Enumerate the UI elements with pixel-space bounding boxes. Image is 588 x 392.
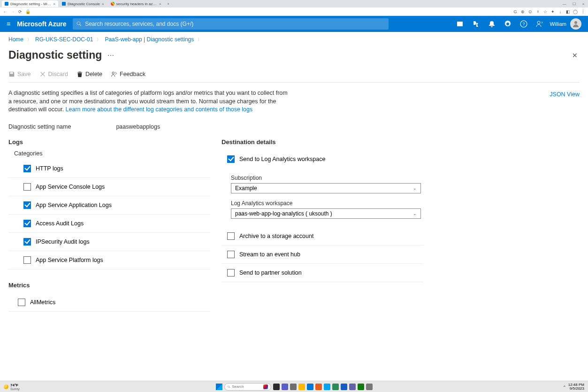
user-name: William	[550, 21, 566, 27]
taskbar-pinned-app[interactable]	[358, 384, 364, 390]
log-category-label: App Service Console Logs	[36, 184, 105, 190]
taskbar-pinned-app[interactable]	[315, 384, 322, 390]
kebab-icon[interactable]: ⋮	[580, 9, 585, 14]
taskbar-pinned-app[interactable]	[290, 384, 297, 390]
logs-section-title: Logs	[8, 138, 210, 146]
close-icon[interactable]: ×	[53, 2, 55, 6]
intro-text: A diagnostic setting specifies a list of…	[8, 89, 288, 114]
taskbar-pinned-app[interactable]	[332, 384, 339, 390]
browser-tab[interactable]: security headers in azure app se ×	[108, 0, 164, 7]
azure-header: ≡ Microsoft Azure ? William	[0, 16, 588, 32]
window-close-button[interactable]: ×	[579, 0, 588, 8]
log-category-checkbox[interactable]	[23, 256, 31, 264]
discard-button: Discard	[39, 71, 68, 77]
copilot-icon[interactable]	[472, 20, 480, 28]
close-icon[interactable]: ×	[159, 2, 161, 6]
nav-back-button[interactable]: ←	[3, 9, 8, 14]
taskbar-pinned-app[interactable]	[341, 384, 347, 390]
gear-icon[interactable]	[504, 20, 512, 28]
help-icon[interactable]: ?	[520, 20, 527, 28]
global-search-input[interactable]	[85, 21, 385, 27]
log-category-row: HTTP logs	[8, 160, 210, 178]
bell-icon[interactable]	[488, 20, 496, 28]
global-search[interactable]	[73, 18, 389, 30]
log-category-checkbox[interactable]	[23, 238, 31, 246]
breadcrumb-link[interactable]: Home	[8, 36, 23, 43]
start-button[interactable]	[216, 384, 222, 390]
tray-chevron-icon[interactable]: ^	[564, 384, 565, 389]
log-category-checkbox[interactable]	[23, 201, 31, 209]
log-category-row: IPSecurity Audit logs	[8, 233, 210, 251]
law-label: Log Analytics workspace	[231, 200, 423, 207]
feedback-button[interactable]: Feedback	[111, 71, 145, 77]
log-category-checkbox[interactable]	[23, 220, 31, 227]
cloudshell-icon[interactable]	[456, 20, 464, 28]
taskbar-pinned-app[interactable]	[349, 384, 356, 390]
log-category-row: App Service Application Logs	[8, 196, 210, 215]
log-category-label: IPSecurity Audit logs	[36, 238, 90, 245]
taskbar-pinned-app[interactable]	[298, 384, 305, 390]
log-category-checkbox[interactable]	[23, 183, 31, 191]
browser-tab[interactable]: Diagnostic Console ×	[59, 0, 107, 7]
breadcrumb-link[interactable]: PaaS-web-app | Diagnostic settings	[105, 36, 194, 43]
close-blade-button[interactable]: ✕	[572, 52, 578, 59]
subscription-dropdown[interactable]: Example ⌄	[231, 183, 421, 193]
dest-storage-checkbox[interactable]	[227, 232, 235, 240]
svg-point-4	[112, 72, 114, 74]
log-category-label: HTTP logs	[36, 165, 63, 172]
dest-log-analytics-checkbox[interactable]	[227, 155, 235, 163]
sidepanel-icon[interactable]: ◧	[565, 9, 570, 14]
metric-checkbox[interactable]	[18, 299, 25, 306]
chevron-right-icon: 〉	[198, 37, 202, 43]
gtranslate-icon[interactable]: G	[513, 9, 518, 14]
taskbar-pinned-app[interactable]	[366, 384, 373, 390]
taskbar-pinned-app[interactable]	[307, 384, 313, 390]
profile-icon[interactable]: ◯	[573, 9, 578, 14]
tab-title: Diagnostic setting - Microsoft A	[10, 2, 51, 6]
learn-more-link[interactable]: Learn more about the different log categ…	[66, 106, 253, 113]
close-icon[interactable]: ×	[102, 2, 104, 6]
more-menu-button[interactable]: ⋯	[107, 52, 114, 59]
new-tab-button[interactable]: +	[165, 2, 172, 6]
tab-title: security headers in azure app se	[116, 2, 157, 6]
extensions-icon[interactable]: ✦	[550, 9, 555, 14]
hamburger-menu-button[interactable]: ≡	[7, 20, 10, 28]
law-dropdown[interactable]: paas-web-app-log-analytics ( uksouth ) ⌄	[231, 208, 421, 219]
lock-icon: 🔒	[25, 9, 30, 14]
install-icon[interactable]: ⊕	[520, 9, 525, 14]
sun-icon	[4, 384, 8, 389]
dest-eventhub-checkbox[interactable]	[227, 251, 235, 258]
avatar	[570, 18, 581, 30]
taskbar-pinned-app[interactable]	[273, 384, 280, 390]
browser-tab[interactable]: Diagnostic setting - Microsoft A ×	[2, 0, 58, 7]
json-view-link[interactable]: JSON View	[550, 91, 580, 98]
user-menu[interactable]: William	[550, 18, 581, 30]
breadcrumb-link[interactable]: RG-UKS-SEC-DOC-01	[35, 36, 93, 43]
window-minimize-button[interactable]: —	[560, 0, 569, 8]
weather-widget[interactable]: 74°F Sunny	[4, 383, 20, 391]
azure-favicon-icon	[62, 2, 66, 6]
dest-partner-row: Send to partner solution	[221, 264, 423, 282]
taskbar-pinned-app[interactable]	[324, 384, 330, 390]
taskbar-pinned-app[interactable]	[282, 384, 288, 390]
chevron-right-icon: 〉	[97, 37, 101, 43]
taskbar-clock[interactable]: 12:48 PM 9/5/2023	[568, 383, 584, 391]
dest-partner-checkbox[interactable]	[227, 269, 235, 277]
x-icon	[39, 71, 46, 77]
nav-reload-button[interactable]: ⟳	[18, 9, 23, 14]
law-value: paas-web-app-log-analytics ( uksouth )	[235, 210, 332, 217]
feedback-icon[interactable]	[536, 20, 543, 28]
taskbar-search[interactable]	[224, 383, 271, 391]
downloads-icon[interactable]: ↓	[558, 9, 563, 14]
subscription-value: Example	[235, 185, 257, 192]
window-maximize-button[interactable]: ☐	[569, 0, 579, 8]
share-icon[interactable]: ☓	[535, 9, 540, 14]
setting-name-value: paaswebapplogs	[116, 123, 160, 130]
log-category-checkbox[interactable]	[23, 165, 31, 172]
zoom-icon[interactable]: ⊙	[528, 9, 533, 14]
person-feedback-icon	[111, 71, 117, 77]
bookmark-icon[interactable]: ☆	[543, 9, 548, 14]
nav-forward-button[interactable]: →	[10, 9, 15, 14]
taskbar-search-input[interactable]	[232, 384, 261, 389]
delete-button[interactable]: Delete	[76, 71, 102, 77]
